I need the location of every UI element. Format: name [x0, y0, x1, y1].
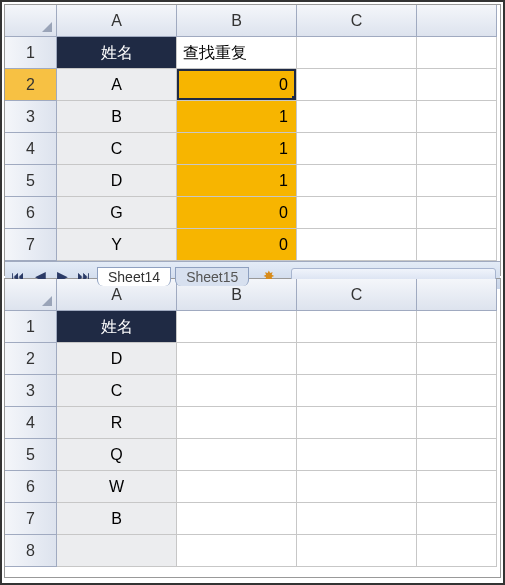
cell-A8[interactable] — [57, 535, 177, 567]
cell-C5[interactable] — [297, 439, 417, 471]
cell-C1[interactable] — [297, 311, 417, 343]
cell-C4[interactable] — [297, 407, 417, 439]
spreadsheet-pane-top: A B C 1 姓名 查找重复 2 A 0 3 B 1 4 C 1 5 D 1 — [4, 4, 501, 276]
cell-B4[interactable]: 1 — [177, 133, 297, 165]
row-header[interactable]: 1 — [5, 37, 57, 69]
cell-C7[interactable] — [297, 503, 417, 535]
cell-A4[interactable]: R — [57, 407, 177, 439]
cell-B8[interactable] — [177, 535, 297, 567]
cell-C3[interactable] — [297, 375, 417, 407]
row-header[interactable]: 2 — [5, 343, 57, 375]
cell-C5[interactable] — [297, 165, 417, 197]
row-header[interactable]: 1 — [5, 311, 57, 343]
cell-B4[interactable] — [177, 407, 297, 439]
cell-B3[interactable] — [177, 375, 297, 407]
col-header-C[interactable]: C — [297, 5, 417, 37]
col-header-extra[interactable] — [417, 5, 497, 37]
cell-D4[interactable] — [417, 133, 497, 165]
cell-C6[interactable] — [297, 471, 417, 503]
cell-D1[interactable] — [417, 37, 497, 69]
cell-D5[interactable] — [417, 165, 497, 197]
row-header[interactable]: 3 — [5, 101, 57, 133]
cell-A5[interactable]: D — [57, 165, 177, 197]
cell-C8[interactable] — [297, 535, 417, 567]
cell-C6[interactable] — [297, 197, 417, 229]
col-header-B[interactable]: B — [177, 5, 297, 37]
col-header-extra[interactable] — [417, 279, 497, 311]
sheet-tab-inactive[interactable]: Sheet15 — [175, 267, 249, 286]
select-all-corner[interactable] — [5, 5, 57, 37]
cell-D1[interactable] — [417, 311, 497, 343]
cell-B2-active[interactable]: 0 — [177, 69, 297, 101]
cell-A3[interactable]: C — [57, 375, 177, 407]
cell-D3[interactable] — [417, 101, 497, 133]
cell-D8[interactable] — [417, 535, 497, 567]
cell-C4[interactable] — [297, 133, 417, 165]
cell-D2[interactable] — [417, 69, 497, 101]
cell-B5[interactable] — [177, 439, 297, 471]
row-header[interactable]: 3 — [5, 375, 57, 407]
sheet-tab-active[interactable]: Sheet14 — [97, 267, 171, 286]
row-header[interactable]: 2 — [5, 69, 57, 101]
cell-A3[interactable]: B — [57, 101, 177, 133]
grid-top[interactable]: A B C 1 姓名 查找重复 2 A 0 3 B 1 4 C 1 5 D 1 — [5, 5, 500, 261]
cell-C2[interactable] — [297, 69, 417, 101]
cell-D3[interactable] — [417, 375, 497, 407]
cell-A1[interactable]: 姓名 — [57, 37, 177, 69]
select-all-corner[interactable] — [5, 279, 57, 311]
row-header[interactable]: 5 — [5, 165, 57, 197]
cell-D6[interactable] — [417, 471, 497, 503]
row-header[interactable]: 7 — [5, 229, 57, 261]
cell-A6[interactable]: W — [57, 471, 177, 503]
cell-C3[interactable] — [297, 101, 417, 133]
cell-A5[interactable]: Q — [57, 439, 177, 471]
col-header-C[interactable]: C — [297, 279, 417, 311]
cell-D4[interactable] — [417, 407, 497, 439]
cell-C1[interactable] — [297, 37, 417, 69]
cell-A2[interactable]: A — [57, 69, 177, 101]
cell-D6[interactable] — [417, 197, 497, 229]
cell-A1[interactable]: 姓名 — [57, 311, 177, 343]
cell-C7[interactable] — [297, 229, 417, 261]
cell-C2[interactable] — [297, 343, 417, 375]
row-header[interactable]: 4 — [5, 133, 57, 165]
cell-A2[interactable]: D — [57, 343, 177, 375]
grid-bottom[interactable]: A B C 1 姓名 2 D 3 C 4 R 5 Q 6 W 7 B — [5, 279, 500, 567]
cell-B5[interactable]: 1 — [177, 165, 297, 197]
cell-B3[interactable]: 1 — [177, 101, 297, 133]
cell-D7[interactable] — [417, 229, 497, 261]
cell-B2[interactable] — [177, 343, 297, 375]
cell-A7[interactable]: Y — [57, 229, 177, 261]
row-header[interactable]: 7 — [5, 503, 57, 535]
row-header[interactable]: 8 — [5, 535, 57, 567]
cell-B6[interactable]: 0 — [177, 197, 297, 229]
cell-D7[interactable] — [417, 503, 497, 535]
cell-B1[interactable]: 查找重复 — [177, 37, 297, 69]
cell-B7[interactable]: 0 — [177, 229, 297, 261]
cell-D2[interactable] — [417, 343, 497, 375]
row-header[interactable]: 5 — [5, 439, 57, 471]
cell-A4[interactable]: C — [57, 133, 177, 165]
cell-A7[interactable]: B — [57, 503, 177, 535]
cell-B1[interactable] — [177, 311, 297, 343]
cell-D5[interactable] — [417, 439, 497, 471]
row-header[interactable]: 4 — [5, 407, 57, 439]
cell-B6[interactable] — [177, 471, 297, 503]
col-header-A[interactable]: A — [57, 5, 177, 37]
row-header[interactable]: 6 — [5, 471, 57, 503]
cell-B7[interactable] — [177, 503, 297, 535]
row-header[interactable]: 6 — [5, 197, 57, 229]
cell-A6[interactable]: G — [57, 197, 177, 229]
spreadsheet-pane-bottom: A B C 1 姓名 2 D 3 C 4 R 5 Q 6 W 7 B — [4, 278, 501, 578]
